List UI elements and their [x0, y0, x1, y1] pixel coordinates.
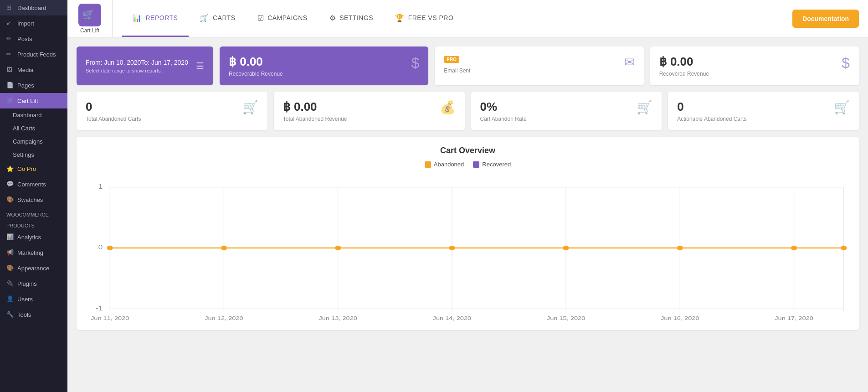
stat-content: PRO Email Sent — [444, 55, 470, 74]
sidebar-item-marketing[interactable]: 📢 Marketing — [0, 245, 67, 260]
swatches-icon: 🎨 — [6, 196, 14, 203]
total-abandoned-carts-label: Total Abandoned Carts — [86, 116, 141, 122]
svg-text:-1: -1 — [96, 304, 103, 311]
sidebar-item-analytics[interactable]: 📊 Analytics — [0, 229, 67, 245]
stat-card-actionable-abandoned-carts: 0 Actionable Abandoned Carts 🛒 — [668, 92, 859, 130]
date-range-info: From: Jun 10, 2020To: Jun 17, 2020 Selec… — [86, 59, 188, 73]
recovered-revenue-label: Recovered Revenue — [659, 71, 709, 77]
svg-text:Jun 12, 2020: Jun 12, 2020 — [205, 315, 243, 321]
products-section-title: Products — [0, 218, 67, 229]
stat-card-total-abandoned-carts: 0 Total Abandoned Carts 🛒 — [77, 92, 267, 130]
sidebar-item-dashboard-sub[interactable]: Dashboard — [0, 108, 67, 122]
stats-row-1: From: Jun 10, 2020To: Jun 17, 2020 Selec… — [77, 46, 859, 85]
sidebar-item-campaigns[interactable]: Campaigns — [0, 135, 67, 148]
sidebar-label-go-pro: Go Pro — [17, 165, 36, 172]
filter-icon: ☰ — [196, 61, 204, 72]
svg-point-20 — [449, 246, 455, 251]
sidebar-item-appearance[interactable]: 🎨 Appearance — [0, 260, 67, 276]
cart-icon-1: 🛒 — [242, 100, 258, 115]
sidebar-item-go-pro[interactable]: ⭐ Go Pro — [0, 161, 67, 176]
dashboard-icon: ⊞ — [6, 4, 14, 11]
tab-carts[interactable]: 🛒 CARTS — [189, 0, 246, 37]
chart-area: 1 0 -1 — [86, 175, 850, 321]
sidebar-label-dashboard-sub: Dashboard — [13, 112, 42, 119]
tab-free-vs-pro-label: FREE VS PRO — [408, 14, 454, 21]
svg-text:Jun 17, 2020: Jun 17, 2020 — [775, 315, 813, 321]
svg-text:0: 0 — [98, 244, 103, 251]
sidebar-item-pages[interactable]: 📄 Pages — [0, 77, 67, 93]
brand-logo: 🛒 ↑ Cart Lift — [77, 0, 113, 37]
dollar-icon: $ — [411, 55, 420, 72]
cart-abandon-rate-value: 0% — [480, 100, 527, 114]
svg-text:Jun 11, 2020: Jun 11, 2020 — [91, 315, 129, 321]
tab-settings[interactable]: ⚙ SETTINGS — [318, 0, 385, 37]
sidebar-item-tools[interactable]: 🔧 Tools — [0, 307, 67, 322]
sidebar-label-swatches: Swatches — [17, 196, 43, 203]
tab-free-vs-pro[interactable]: 🏆 FREE VS PRO — [384, 0, 464, 37]
recovered-dollar-icon: $ — [842, 55, 850, 72]
sidebar-label-campaigns: Campaigns — [13, 138, 43, 145]
recoverable-revenue-value: ฿ 0.00 — [229, 55, 283, 69]
sidebar-label-dashboard: Dashboard — [17, 5, 46, 11]
svg-text:Jun 13, 2020: Jun 13, 2020 — [318, 315, 357, 321]
comments-icon: 💬 — [6, 181, 14, 188]
revenue-icon: 💰 — [440, 100, 456, 115]
total-abandoned-revenue-label: Total Abandoned Revenue — [283, 116, 347, 122]
sidebar-item-comments[interactable]: 💬 Comments — [0, 176, 67, 192]
svg-text:1: 1 — [98, 183, 103, 190]
sidebar-item-all-carts[interactable]: All Carts — [0, 122, 67, 135]
sidebar-label-plugins: Plugins — [17, 280, 37, 287]
main-content: 🛒 ↑ Cart Lift 📊 REPORTS 🛒 CARTS ☑ CAMPAI… — [67, 0, 868, 392]
sidebar-item-users[interactable]: 👤 Users — [0, 291, 67, 307]
date-range-card[interactable]: From: Jun 10, 2020To: Jun 17, 2020 Selec… — [77, 46, 213, 85]
sidebar-item-swatches[interactable]: 🎨 Swatches — [0, 192, 67, 207]
sidebar-label-product-feeds: Product Feeds — [17, 51, 56, 58]
posts-icon: ✏ — [6, 35, 14, 42]
email-icon: ✉ — [624, 55, 635, 70]
recovered-revenue-value: ฿ 0.00 — [659, 55, 709, 69]
sidebar-item-dashboard[interactable]: ⊞ Dashboard — [0, 0, 67, 15]
total-abandoned-carts-value: 0 — [86, 100, 141, 114]
sidebar-label-pages: Pages — [17, 82, 34, 89]
analytics-icon: 📊 — [6, 233, 14, 241]
sidebar-item-media[interactable]: 🖼 Media — [0, 62, 67, 77]
sidebar-item-posts[interactable]: ✏ Posts — [0, 31, 67, 46]
sidebar-label-import: Import — [17, 20, 34, 27]
legend-abandoned: Abandoned — [425, 161, 464, 168]
cart-icon-2: 🛒 — [637, 100, 652, 115]
sidebar-item-cart-lift[interactable]: 🛒 Cart Lift — [0, 93, 67, 108]
svg-point-18 — [221, 246, 227, 251]
total-abandoned-revenue-value: ฿ 0.00 — [283, 100, 347, 114]
tab-carts-label: CARTS — [213, 14, 236, 21]
stat-content: ฿ 0.00 Recoverable Revenue — [229, 55, 283, 77]
media-icon: 🖼 — [6, 66, 14, 73]
sidebar-item-settings-sub[interactable]: Settings — [0, 148, 67, 161]
sidebar-label-posts: Posts — [17, 36, 32, 42]
tab-campaigns[interactable]: ☑ CAMPAIGNS — [247, 0, 318, 37]
recovered-dot — [473, 161, 479, 168]
sidebar-item-plugins[interactable]: 🔌 Plugins — [0, 276, 67, 291]
svg-point-22 — [677, 246, 683, 251]
sidebar-label-settings-sub: Settings — [13, 151, 34, 158]
campaigns-tab-icon: ☑ — [257, 14, 264, 22]
chart-legend: Abandoned Recovered — [86, 161, 850, 168]
sidebar-item-import[interactable]: ↙ Import — [0, 15, 67, 31]
recoverable-revenue-label: Recoverable Revenue — [229, 71, 283, 77]
sidebar-label-analytics: Analytics — [17, 234, 41, 241]
cart-abandon-rate-label: Cart Abandon Rate — [480, 116, 527, 122]
pages-icon: 📄 — [6, 82, 14, 89]
stat-content: 0 Actionable Abandoned Carts — [677, 100, 746, 122]
star-icon: ⭐ — [6, 165, 14, 172]
sidebar-label-media: Media — [17, 67, 33, 73]
sidebar-item-product-feeds[interactable]: ✏ Product Feeds — [0, 46, 67, 62]
appearance-icon: 🎨 — [6, 264, 14, 272]
stats-row-2: 0 Total Abandoned Carts 🛒 ฿ 0.00 Total A… — [77, 92, 859, 130]
svg-text:Jun 14, 2020: Jun 14, 2020 — [433, 315, 472, 321]
svg-point-21 — [563, 246, 569, 251]
stat-card-total-abandoned-revenue: ฿ 0.00 Total Abandoned Revenue 💰 — [274, 92, 465, 130]
date-range-text: From: Jun 10, 2020To: Jun 17, 2020 — [86, 59, 188, 66]
cart-icon-3: 🛒 — [834, 100, 850, 115]
tab-reports[interactable]: 📊 REPORTS — [122, 0, 189, 37]
documentation-button[interactable]: Documentation — [792, 10, 859, 28]
chart-title: Cart Overview — [86, 146, 850, 155]
